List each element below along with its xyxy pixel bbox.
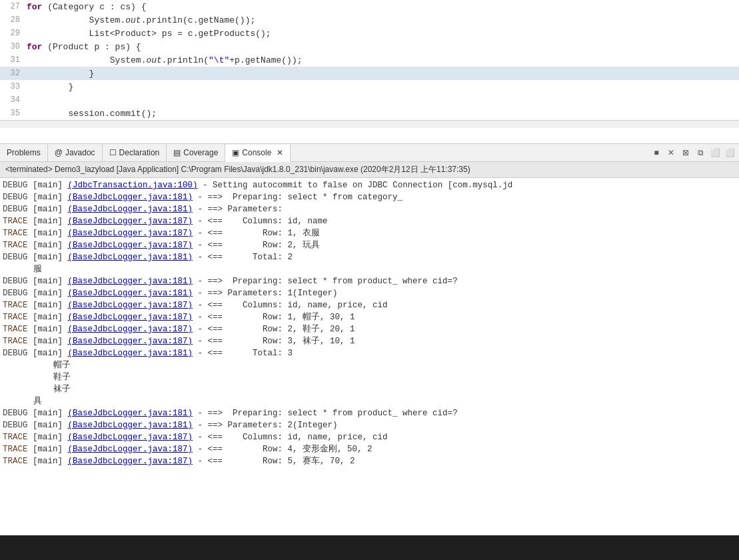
javadoc-tab-icon: @: [55, 148, 63, 157]
log-location[interactable]: (BaseJdbcLogger.java:187): [68, 443, 193, 455]
line-number: 35: [0, 109, 27, 118]
console-line: 袜子: [0, 383, 739, 395]
log-level: DEBUG: [3, 275, 33, 287]
log-location[interactable]: (BaseJdbcLogger.java:187): [68, 227, 193, 239]
log-location[interactable]: (BaseJdbcLogger.java:181): [68, 203, 193, 215]
console-line: 服: [0, 263, 739, 275]
line-code: session.commit();: [27, 109, 157, 119]
stop-button[interactable]: ■: [650, 146, 663, 159]
log-location[interactable]: (JdbcTransaction.java:100): [68, 179, 198, 191]
console-tab-icon: ▣: [232, 148, 239, 157]
tab-javadoc[interactable]: @Javadoc: [48, 144, 103, 161]
log-thread: [main]: [33, 323, 68, 335]
code-line: 29 List<Product> ps = c.getProducts();: [0, 27, 739, 40]
log-location[interactable]: (BaseJdbcLogger.java:181): [68, 251, 193, 263]
horizontal-scrollbar[interactable]: [0, 120, 739, 128]
log-location[interactable]: (BaseJdbcLogger.java:187): [68, 299, 193, 311]
log-location[interactable]: (BaseJdbcLogger.java:181): [68, 191, 193, 203]
log-level: TRACE: [3, 311, 33, 323]
log-location[interactable]: (BaseJdbcLogger.java:187): [68, 215, 193, 227]
console-line: TRACE [main] (BaseJdbcLogger.java:187) -…: [0, 227, 739, 239]
log-thread: [main]: [33, 455, 68, 467]
log-thread: [main]: [33, 335, 68, 347]
log-message: - <== Row: 3, 袜子, 10, 1: [193, 335, 355, 347]
log-location[interactable]: (BaseJdbcLogger.java:187): [68, 455, 193, 467]
view2-button[interactable]: ⬜: [723, 146, 736, 159]
log-message: - <== Row: 2, 玩具: [193, 239, 320, 251]
declaration-tab-icon: ☐: [109, 148, 117, 157]
console-line: DEBUG [main] (BaseJdbcLogger.java:181) -…: [0, 251, 739, 263]
remove-button[interactable]: ⊠: [679, 146, 692, 159]
log-message: - ==> Preparing: select * from product_ …: [193, 407, 458, 419]
log-message: - <== Columns: id, name: [193, 215, 328, 227]
line-number: 28: [0, 15, 27, 25]
log-message: - <== Row: 4, 变形金刚, 50, 2: [193, 443, 372, 455]
tab-bar: Problems@Javadoc☐Declaration▤Coverage▣Co…: [0, 143, 739, 162]
log-thread: [main]: [33, 347, 68, 359]
log-thread: [main]: [33, 275, 68, 287]
console-tab-label: Console: [242, 148, 271, 157]
line-code: }: [27, 82, 73, 92]
log-thread: [main]: [33, 179, 68, 191]
log-thread: [main]: [33, 239, 68, 251]
log-message: - <== Row: 2, 鞋子, 20, 1: [193, 323, 355, 335]
log-location[interactable]: (BaseJdbcLogger.java:181): [68, 347, 193, 359]
problems-tab-label: Problems: [7, 148, 41, 157]
log-location[interactable]: (BaseJdbcLogger.java:187): [68, 311, 193, 323]
coverage-tab-label: Coverage: [183, 148, 218, 157]
line-number: 34: [0, 95, 27, 105]
log-thread: [main]: [33, 311, 68, 323]
log-level: DEBUG: [3, 203, 33, 215]
log-location[interactable]: (BaseJdbcLogger.java:187): [68, 323, 193, 335]
editor-panel: 27for (Category c : cs) {28 System.out.p…: [0, 0, 739, 535]
log-level: DEBUG: [3, 347, 33, 359]
console-line: TRACE [main] (BaseJdbcLogger.java:187) -…: [0, 431, 739, 443]
log-message: - <== Columns: id, name, price, cid: [193, 431, 388, 443]
console-panel: <terminated> Demo3_lazyload [Java Applic…: [0, 162, 739, 535]
line-number: 33: [0, 82, 27, 91]
console-line: TRACE [main] (BaseJdbcLogger.java:187) -…: [0, 311, 739, 323]
coverage-tab-icon: ▤: [173, 148, 181, 157]
log-location[interactable]: (BaseJdbcLogger.java:187): [68, 239, 193, 251]
tab-declaration[interactable]: ☐Declaration: [103, 144, 167, 161]
console-line: TRACE [main] (BaseJdbcLogger.java:187) -…: [0, 443, 739, 455]
view1-button[interactable]: ⬜: [708, 146, 722, 159]
log-thread: [main]: [33, 215, 68, 227]
console-content: DEBUG [main] (JdbcTransaction.java:100) …: [0, 178, 739, 469]
log-location[interactable]: (BaseJdbcLogger.java:187): [68, 431, 193, 443]
console-line: TRACE [main] (BaseJdbcLogger.java:187) -…: [0, 215, 739, 227]
log-message: - Setting autocommit to false on JDBC Co…: [198, 179, 513, 191]
line-number: 31: [0, 55, 27, 65]
code-line: 34: [0, 93, 739, 107]
console-line: DEBUG [main] (BaseJdbcLogger.java:181) -…: [0, 275, 739, 287]
log-message: - <== Row: 1, 衣服: [193, 227, 320, 239]
code-line: 32 }: [0, 67, 739, 80]
log-location[interactable]: (BaseJdbcLogger.java:181): [68, 287, 193, 299]
tab-console[interactable]: ▣Console✕: [225, 145, 291, 162]
log-location[interactable]: (BaseJdbcLogger.java:181): [68, 419, 193, 431]
console-line: DEBUG [main] (BaseJdbcLogger.java:181) -…: [0, 191, 739, 203]
console-line: TRACE [main] (BaseJdbcLogger.java:187) -…: [0, 239, 739, 251]
log-location[interactable]: (BaseJdbcLogger.java:181): [68, 407, 193, 419]
log-thread: [main]: [33, 251, 68, 263]
line-number: 29: [0, 29, 27, 38]
log-level: DEBUG: [3, 407, 33, 419]
line-number: 32: [0, 69, 27, 78]
console-close-icon[interactable]: ✕: [277, 148, 283, 157]
close-button[interactable]: ✕: [664, 146, 678, 159]
log-level: TRACE: [3, 431, 33, 443]
log-level: TRACE: [3, 239, 33, 251]
code-line: 33 }: [0, 80, 739, 93]
log-location[interactable]: (BaseJdbcLogger.java:187): [68, 335, 193, 347]
log-location[interactable]: (BaseJdbcLogger.java:181): [68, 275, 193, 287]
line-code: System.out.println("\t"+p.getName());: [27, 55, 303, 65]
console-line: DEBUG [main] (BaseJdbcLogger.java:181) -…: [0, 407, 739, 419]
pin-button[interactable]: ⧉: [694, 146, 707, 159]
tab-problems[interactable]: Problems: [0, 144, 48, 161]
log-thread: [main]: [33, 203, 68, 215]
log-message: - <== Total: 2: [193, 251, 293, 263]
log-thread: [main]: [33, 443, 68, 455]
line-code: List<Product> ps = c.getProducts();: [27, 29, 271, 39]
log-level: TRACE: [3, 323, 33, 335]
tab-coverage[interactable]: ▤Coverage: [167, 144, 225, 161]
